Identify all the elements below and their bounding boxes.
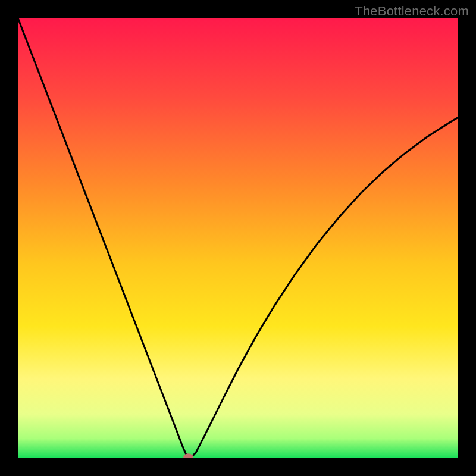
watermark-label: TheBottleneck.com (355, 4, 469, 19)
chart-frame: TheBottleneck.com (0, 0, 476, 476)
chart-svg (18, 18, 458, 458)
plot-area (18, 18, 458, 458)
gradient-background (18, 18, 458, 458)
